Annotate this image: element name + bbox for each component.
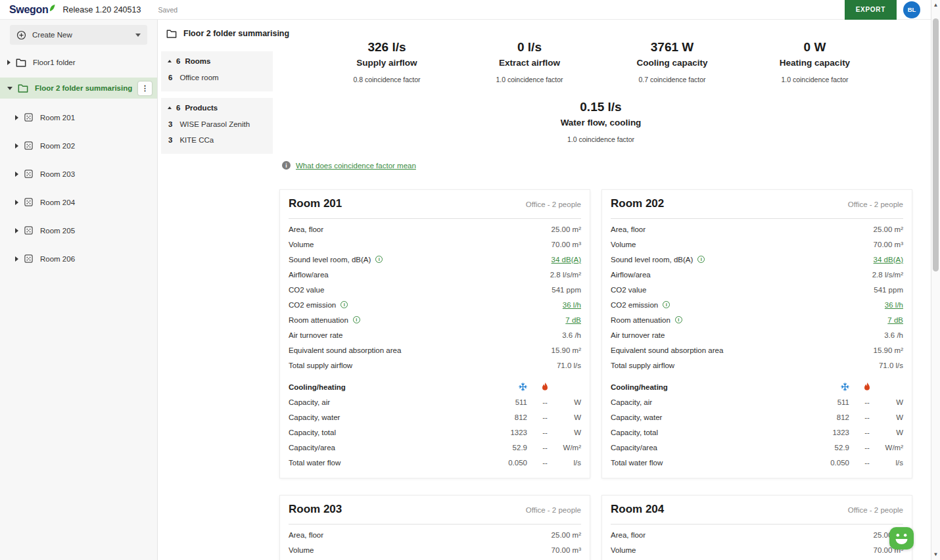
unit-label: l/s [555,459,581,467]
divider [289,218,581,219]
heating-value: -- [535,429,555,436]
panel-header[interactable]: 6Products [161,98,273,116]
info-icon[interactable]: i [675,316,682,323]
vertical-scrollbar[interactable]: ▲ ▼ [931,0,940,560]
chevron-right-icon[interactable] [15,256,18,262]
room-card-header: Room 204Office - 2 people [611,502,903,517]
panel-item[interactable]: 3WISE Parasol Zenith [161,116,273,131]
chevron-right-icon[interactable] [15,228,18,233]
cooling-value: 1323 [810,429,849,436]
room-card-header: Room 201Office - 2 people [289,197,581,211]
spec-label: Volume [289,546,314,554]
folder-label: Floor 2 folder summarising [35,84,132,92]
snowflake-icon [810,383,849,391]
spec-value: 3.6 /h [884,331,903,339]
panel-count: 6 [176,57,180,65]
collapse-icon[interactable] [168,106,172,109]
export-button[interactable]: EXPORT [845,0,897,20]
chevron-down-icon[interactable] [7,87,12,90]
spec-value-link[interactable]: 7 dB [887,316,903,324]
stat-water-flow-cooling: 0.15 l/s Water flow, cooling 1.0 coincid… [316,99,886,144]
info-icon[interactable]: i [353,316,360,323]
cooling-label: Total water flow [289,459,341,467]
info-icon[interactable]: i [697,256,705,263]
info-icon[interactable]: i [375,256,383,263]
chevron-down-icon [135,34,141,37]
scroll-down-arrow-icon[interactable]: ▼ [931,551,940,559]
create-new-button[interactable]: Create New [10,25,147,45]
spec-value-link[interactable]: 34 dB(A) [552,256,581,264]
spec-value: 15.90 m² [552,346,581,354]
unit-label: W [555,398,581,406]
room-card: Room 201Office - 2 peopleArea, floor25.0… [279,189,590,478]
info-icon[interactable]: i [663,301,670,308]
room-icon [24,225,34,235]
sidebar-room-item[interactable]: Room 201 [0,103,157,131]
sidebar-folder-item[interactable]: Floor1 folder [0,52,157,73]
user-avatar[interactable]: BL [903,1,920,18]
chevron-right-icon[interactable] [15,200,18,205]
spec-value-link[interactable]: 36 l/h [563,301,581,309]
cooling-row: Capacity/area52.9--W/m² [289,440,581,455]
sidebar-room-item[interactable]: Room 205 [0,216,157,245]
spec-value: 3.6 /h [562,331,581,339]
sidebar-room-item[interactable]: Room 203 [0,160,157,188]
unit-label: W [877,413,903,421]
item-count: 6 [168,74,172,82]
snowflake-icon [488,383,527,391]
panel-item[interactable]: 6Office room [161,69,273,85]
main-content: Floor 2 folder summarising 6Rooms6Office… [158,20,931,560]
stat-label: Water flow, cooling [316,116,886,129]
stat-value: 0.15 l/s [316,99,886,115]
sidebar-room-item[interactable]: Room 206 [0,245,157,273]
spec-label: Area, floor [289,225,323,233]
chevron-right-icon[interactable] [15,172,18,177]
folder-tree: Floor1 folderFloor 2 folder summarising⋮… [0,52,157,273]
spec-value-link[interactable]: 34 dB(A) [874,256,903,264]
scroll-up-arrow-icon[interactable]: ▲ [931,1,940,9]
cooling-label: Capacity, water [611,413,662,421]
room-icon [24,141,34,151]
room-icon [24,169,34,179]
scrollbar-thumb[interactable] [933,18,939,271]
coincidence-factor-link[interactable]: What does coincidence factor mean [296,162,416,170]
sidebar-room-item[interactable]: Room 202 [0,131,157,160]
cooling-value: 52.9 [810,444,849,452]
spec-label: CO2 value [289,286,324,294]
coincidence-link-row: i What does coincidence factor mean [282,161,416,170]
sidebar-folder-item[interactable]: Floor 2 folder summarising⋮ [0,78,157,99]
spec-row: Air turnover rate3.6 /h [611,327,903,342]
panel-item[interactable]: 3KITE CCa [161,131,273,147]
chat-widget-button[interactable] [889,527,914,549]
spec-value: 2.8 l/s/m² [550,271,581,279]
info-icon[interactable]: i [341,301,348,308]
collapse-icon[interactable] [168,60,172,62]
room-label: Room 201 [40,114,75,122]
stat-label: Heating capacity [743,57,886,70]
kebab-menu-icon[interactable]: ⋮ [138,82,152,95]
panel-header[interactable]: 6Rooms [161,51,273,69]
room-label: Room 204 [40,198,75,206]
sidebar-room-item[interactable]: Room 204 [0,188,157,216]
room-label: Room 205 [40,227,75,235]
room-label: Room 206 [40,255,75,263]
heating-value: -- [535,459,555,467]
chevron-right-icon[interactable] [7,60,11,65]
chevron-right-icon[interactable] [15,115,18,120]
cooling-row: Capacity/area52.9--W/m² [611,440,903,455]
body-row: Create New Floor1 folderFloor 2 folder s… [0,20,931,560]
heating-value: -- [535,398,555,406]
spec-row: CO2 value541 ppm [289,282,581,297]
sidebar: Create New Floor1 folderFloor 2 folder s… [0,20,158,560]
unit-label: l/s [877,459,903,467]
room-card-header: Room 203Office - 2 people [289,502,581,517]
item-label: WISE Parasol Zenith [179,120,250,128]
folder-children: Room 201Room 202Room 203Room 204Room 205… [0,103,157,273]
spec-value-link[interactable]: 7 dB [565,316,581,324]
chevron-right-icon[interactable] [15,143,18,149]
spec-value-link[interactable]: 36 l/h [885,301,903,309]
swegon-logo[interactable]: Swegon [9,4,55,16]
heating-value: -- [857,413,877,421]
room-card-title: Room 204 [611,502,664,517]
spec-row: Area, floor25.00 m² [611,222,903,237]
